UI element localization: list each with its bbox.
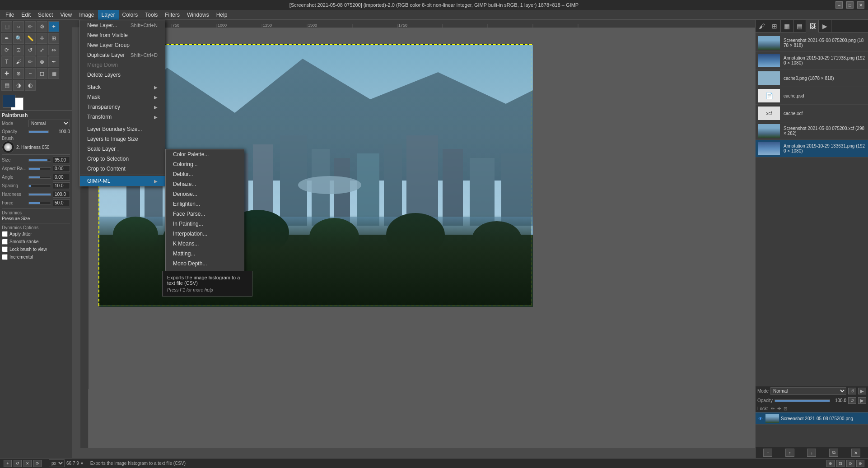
layer-opacity-expand[interactable]: ▶ <box>858 397 866 404</box>
tool-flip[interactable]: ⇔ <box>48 45 59 56</box>
foreground-color[interactable] <box>3 95 15 107</box>
tab-gradients[interactable]: ▤ <box>793 20 806 32</box>
status-reset[interactable]: ↺ <box>14 460 22 467</box>
tool-heal[interactable]: ✚ <box>1 68 12 79</box>
gml-dehaze[interactable]: Dehaze... <box>166 179 244 189</box>
layer-opacity-slider[interactable] <box>775 399 830 402</box>
aspect-input[interactable] <box>53 165 70 172</box>
menu-help[interactable]: Help <box>213 10 231 20</box>
aspect-slider[interactable] <box>28 167 51 170</box>
gml-face-parse[interactable]: Face Parse... <box>166 209 244 219</box>
tool-zoom[interactable]: 🔍 <box>13 33 24 44</box>
menu-layer[interactable]: Layer <box>98 10 119 20</box>
tool-measure[interactable]: 📏 <box>25 33 36 44</box>
status-close[interactable]: ✕ <box>23 460 32 467</box>
dd-layer-boundary[interactable]: Layer Boundary Size... <box>80 124 165 134</box>
status-r2[interactable]: ⊡ <box>836 460 845 467</box>
opacity-slider[interactable] <box>28 130 49 133</box>
tool-paint[interactable]: 🖌 <box>13 56 24 67</box>
size-input[interactable] <box>53 157 70 163</box>
gml-interpolation[interactable]: Interpolation... <box>166 229 244 239</box>
gml-in-painting[interactable]: In Painting... <box>166 219 244 229</box>
zoom-unit-select[interactable]: px <box>49 459 65 467</box>
file-item-5[interactable]: Screenshot 2021-05-08 075200.xcf (298 × … <box>756 122 868 140</box>
tool-smudge[interactable]: ~ <box>25 68 36 79</box>
dd-transparency[interactable]: Transparency▶ <box>80 102 165 112</box>
menu-select[interactable]: Select <box>34 10 56 20</box>
dd-gimpml[interactable]: GIMP-ML▶ <box>80 176 165 186</box>
smooth-stroke-checkbox[interactable] <box>2 239 8 245</box>
lower-layer-button[interactable]: ↓ <box>807 449 816 457</box>
tool-gradient[interactable]: ▦ <box>48 68 59 79</box>
incremental-checkbox[interactable] <box>2 254 8 260</box>
dd-duplicate-layer[interactable]: Duplicate LayerShift+Ctrl+D <box>80 50 165 60</box>
layer-mode-reset[interactable]: ↺ <box>848 388 856 394</box>
hardness-slider[interactable] <box>28 193 51 196</box>
tool-erase[interactable]: ◻ <box>37 68 47 79</box>
duplicate-layer-button[interactable]: ⧉ <box>829 449 838 457</box>
tool-move[interactable]: ✛ <box>37 33 47 44</box>
tool-pencil[interactable]: ✏ <box>25 56 36 67</box>
gml-deblur[interactable]: Deblur... <box>166 169 244 179</box>
dd-delete-layers[interactable]: Delete Layers <box>80 70 165 80</box>
tool-path[interactable]: ✦ <box>48 21 59 32</box>
dd-crop-to-selection[interactable]: Crop to Selection <box>80 154 165 164</box>
menu-file[interactable]: File <box>2 10 18 20</box>
tool-dodge[interactable]: ◑ <box>13 80 24 91</box>
tool-color-picker[interactable]: ✒ <box>1 33 12 44</box>
layer-mode-expand[interactable]: ▶ <box>858 388 866 394</box>
gml-mono-depth[interactable]: Mono Depth... <box>166 259 244 269</box>
tool-rect-select[interactable]: ⬚ <box>1 21 12 32</box>
raise-layer-button[interactable]: ↑ <box>785 449 794 457</box>
lock-paint-icon[interactable]: ✏ <box>771 406 775 411</box>
size-slider[interactable] <box>28 159 51 162</box>
gml-coloring[interactable]: Coloring... <box>166 159 244 169</box>
apply-jitter-checkbox[interactable] <box>2 231 8 237</box>
tab-patterns[interactable]: ▦ <box>781 20 793 32</box>
tab-expand[interactable]: ▶ <box>819 20 831 32</box>
spacing-input[interactable] <box>53 182 70 189</box>
file-item-3[interactable]: 📄 cache.psd <box>756 87 868 105</box>
status-r4[interactable]: ⊚ <box>856 460 864 467</box>
spacing-slider[interactable] <box>28 185 51 187</box>
tool-fuzzy-select[interactable]: ⚙ <box>37 21 47 32</box>
status-r1[interactable]: ⊕ <box>826 460 835 467</box>
layer-opacity-reset[interactable]: ↺ <box>848 397 856 404</box>
tab-paintbrush[interactable]: 🖌 <box>756 20 768 32</box>
layer-item-0[interactable]: 👁 Screenshot 2021-05-08 075200.png <box>756 412 868 425</box>
tool-desaturate[interactable]: ◐ <box>25 80 36 91</box>
dd-new-from-visible[interactable]: New from Visible <box>80 30 165 40</box>
layer-eye-0[interactable]: 👁 <box>757 415 764 422</box>
tool-text[interactable]: T <box>1 56 12 67</box>
delete-layer-button[interactable]: ✕ <box>851 449 860 457</box>
new-layer-button[interactable]: + <box>763 449 772 457</box>
tool-rotate[interactable]: ↺ <box>25 45 36 56</box>
tool-ellipse[interactable]: ○ <box>13 21 24 32</box>
mode-select[interactable]: Normal <box>28 120 70 127</box>
tool-scale[interactable]: ⤢ <box>37 45 47 56</box>
force-slider[interactable] <box>28 202 51 204</box>
menu-colors[interactable]: Colors <box>119 10 142 20</box>
gml-denoise[interactable]: Denoise... <box>166 189 244 199</box>
dd-new-layer-group[interactable]: New Layer Group <box>80 40 165 50</box>
dd-scale-layer[interactable]: Scale Layer , <box>80 144 165 154</box>
tool-airbrush[interactable]: ⊗ <box>37 56 47 67</box>
file-item-2[interactable]: cache0.png (1878 × 818) <box>756 70 868 87</box>
status-new[interactable]: + <box>4 460 12 467</box>
lock-brush-checkbox[interactable] <box>2 246 8 252</box>
angle-input[interactable] <box>53 174 70 181</box>
tool-free-select[interactable]: ✏ <box>25 21 36 32</box>
file-item-6[interactable]: Annotation 2019-10-29 133631.png (1920 ×… <box>756 140 868 158</box>
dd-new-layer[interactable]: New Layer...Shift+Ctrl+N <box>80 20 165 30</box>
file-item-1[interactable]: Annotation 2019-10-29 171938.png (1920 ×… <box>756 52 868 70</box>
gml-color-palette[interactable]: Color Palette... <box>166 149 244 159</box>
tab-images[interactable]: 🖼 <box>806 20 819 32</box>
menu-edit[interactable]: Edit <box>18 10 34 20</box>
status-r3[interactable]: ⊙ <box>846 460 854 467</box>
gml-k-means[interactable]: K Means... <box>166 239 244 249</box>
minimize-button[interactable]: – <box>835 1 843 9</box>
menu-image[interactable]: Image <box>75 10 98 20</box>
tool-fill[interactable]: ▤ <box>1 80 12 91</box>
dd-transform[interactable]: Transform▶ <box>80 112 165 122</box>
dd-mask[interactable]: Mask▶ <box>80 92 165 102</box>
